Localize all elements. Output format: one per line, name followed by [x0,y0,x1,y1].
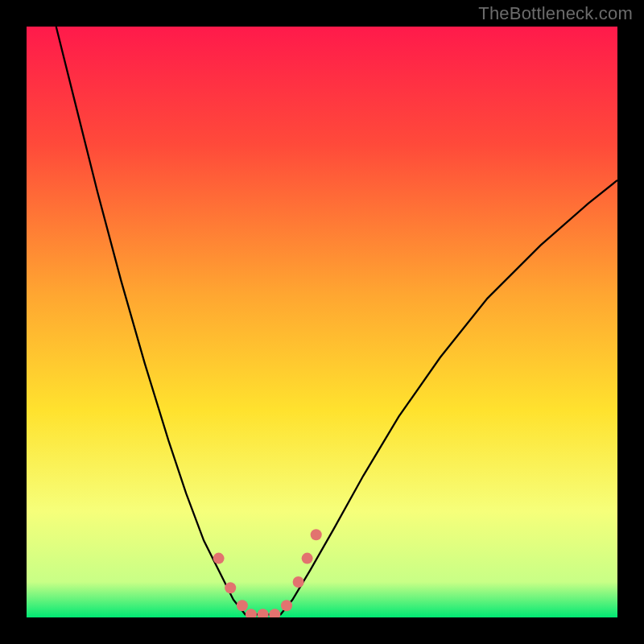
heatmap-background [27,27,617,617]
chart-frame: TheBottleneck.com [0,0,644,644]
marker-dot [225,582,236,593]
bottleneck-chart [27,27,617,617]
watermark-text: TheBottleneck.com [478,3,633,24]
marker-dot [293,576,304,588]
marker-dot [311,529,322,540]
marker-dot [281,600,292,611]
marker-dot [213,553,225,564]
marker-dot [302,553,313,564]
marker-dot [237,600,248,611]
